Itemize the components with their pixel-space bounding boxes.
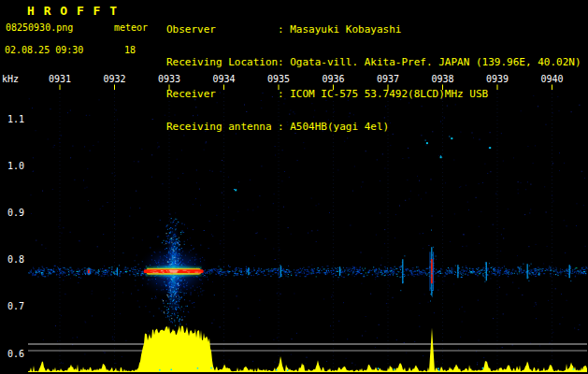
svg-text:1.0: 1.0 — [7, 161, 24, 171]
info-separator: : — [278, 88, 290, 100]
info-line-antenna: Receiving antenna: A504HB(yagi 4el) — [166, 122, 581, 133]
info-label: Receiving Location — [166, 57, 278, 68]
info-value: Ogata-vill. Akita-Pref. JAPAN (139.96E, … — [290, 56, 581, 68]
svg-text:1.1: 1.1 — [7, 114, 24, 124]
info-label: Receiving antenna — [166, 122, 278, 133]
svg-text:kHz: kHz — [2, 74, 19, 84]
info-value: A504HB(yagi 4el) — [290, 121, 389, 133]
svg-text:0.7: 0.7 — [7, 301, 24, 311]
svg-text:0.9: 0.9 — [7, 208, 24, 218]
svg-text:0931: 0931 — [49, 74, 71, 84]
info-line-location: Receiving Location: Ogata-vill. Akita-Pr… — [166, 57, 581, 68]
info-line-observer: Observer: Masayuki Kobayashi — [166, 24, 581, 36]
svg-text:0.6: 0.6 — [7, 349, 24, 359]
mode-label: meteor — [114, 22, 148, 33]
info-separator: : — [278, 23, 290, 36]
svg-text:0932: 0932 — [103, 74, 125, 84]
hrofft-window: 0931093209330934093509360937093809390940… — [0, 0, 588, 374]
app-title: H R O F F T — [27, 4, 118, 18]
svg-text:0.8: 0.8 — [7, 254, 24, 265]
info-separator: : — [278, 56, 290, 68]
info-value: ICOM IC-575 53.7492(8LCD)MHz USB — [290, 88, 488, 100]
observation-datetime: 02.08.25 09:30 — [5, 45, 83, 55]
echo-count: 18 — [124, 45, 136, 55]
info-value: Masayuki Kobayashi — [290, 23, 401, 36]
output-filename: 08250930.png — [6, 22, 73, 33]
info-separator: : — [278, 121, 290, 133]
station-info: Observer: Masayuki Kobayashi Receiving L… — [166, 3, 581, 153]
info-label: Observer — [166, 24, 278, 36]
info-line-receiver: Receiver: ICOM IC-575 53.7492(8LCD)MHz U… — [166, 89, 581, 100]
info-label: Receiver — [166, 89, 278, 100]
